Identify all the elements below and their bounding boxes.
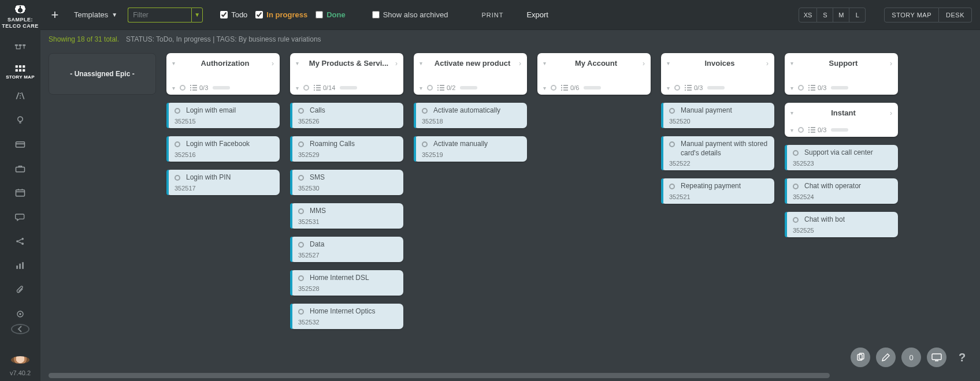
story-card[interactable]: Login with email 352515 (166, 103, 280, 128)
count-fab[interactable]: 0 (901, 348, 921, 367)
chevron-right-icon[interactable]: › (766, 59, 769, 68)
rail-item-story-map[interactable]: STORY MAP (0, 62, 40, 81)
epic-card-support[interactable]: ▾ Support › ▾ 0/3 (785, 53, 898, 95)
check-todo-box[interactable] (220, 11, 228, 18)
check-todo[interactable]: Todo (220, 10, 247, 19)
check-inprogress-box[interactable] (255, 11, 263, 18)
story-card[interactable]: Home Internet Optics 352532 (290, 304, 403, 329)
caret-down-icon[interactable]: ▾ (296, 85, 299, 91)
view-desk[interactable]: DESK (939, 8, 972, 23)
story-card[interactable]: Login with PIN 352517 (166, 170, 280, 195)
epic-card-my-account[interactable]: ▾ My Account › ▾ 0/6 (537, 53, 651, 95)
display-fab[interactable] (927, 348, 946, 367)
rail-item-analytics[interactable] (0, 256, 40, 275)
caret-down-icon[interactable]: ▾ (420, 85, 422, 91)
rail-item-calendar[interactable] (0, 183, 40, 203)
svg-point-16 (21, 242, 24, 245)
check-done[interactable]: Done (315, 10, 346, 19)
rail-item-share[interactable] (0, 231, 40, 251)
filter-dropdown-button[interactable]: ▼ (191, 8, 203, 23)
copy-fab[interactable] (851, 348, 870, 367)
size-m[interactable]: M (833, 8, 849, 23)
epic-count: 0/3 (685, 84, 703, 91)
collapse-rail-button[interactable] (11, 324, 29, 334)
export-link[interactable]: Export (526, 10, 548, 19)
chevron-right-icon[interactable]: › (519, 59, 521, 68)
story-card[interactable]: Calls 352526 (290, 103, 403, 128)
story-title: Login with PIN (186, 173, 231, 182)
story-card[interactable]: Manual payment 352520 (661, 103, 774, 128)
caret-down-icon[interactable]: ▾ (543, 85, 546, 91)
caret-down-icon[interactable]: ▾ (790, 85, 793, 91)
story-card[interactable]: Login with Facebook 352516 (166, 136, 280, 162)
story-card[interactable]: Activate manually 352519 (414, 136, 527, 162)
chevron-right-icon[interactable]: › (890, 59, 892, 68)
check-archived-box[interactable] (372, 11, 380, 18)
filter-input[interactable] (128, 8, 191, 23)
caret-down-icon[interactable]: ▾ (790, 110, 793, 116)
size-s[interactable]: S (817, 8, 833, 23)
check-done-box[interactable] (315, 11, 323, 18)
caret-down-icon[interactable]: ▾ (790, 127, 793, 133)
caret-down-icon[interactable]: ▾ (296, 60, 299, 66)
print-link[interactable]: PRINT (481, 12, 503, 18)
chevron-right-icon[interactable]: › (643, 59, 645, 68)
rail-item-road[interactable] (0, 86, 40, 106)
story-card[interactable]: Support via call center 352523 (785, 145, 898, 170)
caret-down-icon[interactable]: ▾ (420, 60, 422, 66)
rail-item-briefcase[interactable] (0, 159, 40, 178)
epic-card-invoices[interactable]: ▾ Invoices › ▾ 0/3 (661, 53, 774, 95)
view-mode-group: STORY MAP DESK (884, 8, 972, 23)
hscroll-thumb[interactable] (49, 373, 830, 378)
caret-down-icon[interactable]: ▾ (172, 85, 175, 91)
chevron-right-icon[interactable]: › (272, 59, 274, 68)
story-card[interactable]: Repeating payment 352521 (661, 178, 774, 204)
rail-item-ideas[interactable] (0, 110, 40, 130)
chevron-right-icon[interactable]: › (395, 59, 398, 68)
story-title: Activate manually (433, 140, 488, 149)
rail-item-target[interactable] (0, 304, 40, 324)
caret-down-icon[interactable]: ▾ (667, 60, 670, 66)
size-xs[interactable]: XS (799, 8, 818, 23)
story-card[interactable]: Home Internet DSL 352528 (290, 270, 403, 296)
rail-item-attach[interactable] (0, 280, 40, 300)
epic-card-my-products-servi[interactable]: ▾ My Products & Servi... › ▾ 0/14 (290, 53, 403, 95)
board-viewport[interactable]: - Unassigned Epic - ▾ Authorization › ▾ … (40, 48, 980, 369)
caret-down-icon[interactable]: ▾ (667, 85, 670, 91)
epic-card-authorization[interactable]: ▾ Authorization › ▾ 0/3 (166, 53, 280, 95)
rail-item-card[interactable] (0, 135, 40, 154)
story-card[interactable]: Data 352527 (290, 237, 403, 262)
story-card[interactable]: Chat with operator 352524 (785, 178, 898, 204)
story-card[interactable]: MMS 352531 (290, 203, 403, 229)
result-count: Showing 18 of 31 total. (49, 35, 119, 43)
story-id: 352525 (793, 227, 892, 234)
view-story-map[interactable]: STORY MAP (884, 8, 939, 23)
story-card[interactable]: Manual payment with stored card's detail… (661, 136, 774, 170)
unassigned-epic-card[interactable]: - Unassigned Epic - (49, 53, 156, 95)
story-card[interactable]: Activate automatically 352518 (414, 103, 527, 128)
story-title: Home Internet Optics (310, 307, 375, 316)
check-inprogress[interactable]: In progress (255, 10, 307, 19)
epic-card-activate-new-product[interactable]: ▾ Activate new product › ▾ 0/2 (414, 53, 527, 95)
caret-down-icon[interactable]: ▾ (543, 60, 546, 66)
svg-rect-5 (23, 65, 25, 68)
caret-down-icon[interactable]: ▾ (172, 60, 175, 66)
story-card[interactable]: Chat with bot 352525 (785, 212, 898, 237)
story-card[interactable]: SMS 352530 (290, 170, 403, 195)
edit-fab[interactable] (876, 348, 896, 367)
help-fab[interactable]: ? (952, 348, 972, 367)
active-filters-text: STATUS: ToDo, In progress | TAGS: By bus… (126, 35, 321, 43)
app-logo[interactable] (10, 5, 30, 13)
rail-item-chat[interactable] (0, 207, 40, 227)
story-card[interactable]: Roaming Calls 352529 (290, 136, 403, 162)
caret-down-icon[interactable]: ▾ (790, 60, 793, 66)
chevron-right-icon[interactable]: › (890, 109, 892, 117)
add-button[interactable]: + (46, 6, 64, 24)
user-avatar[interactable] (11, 356, 29, 364)
size-l[interactable]: L (849, 8, 866, 23)
templates-dropdown[interactable]: Templates▼ (74, 10, 117, 19)
rail-item-dashboard[interactable] (0, 38, 40, 57)
check-archived[interactable]: Show also archived (372, 10, 448, 19)
subgroup-card-instant[interactable]: ▾ Instant › ▾ 0/3 (785, 103, 898, 137)
story-title: Chat with operator (804, 182, 861, 191)
